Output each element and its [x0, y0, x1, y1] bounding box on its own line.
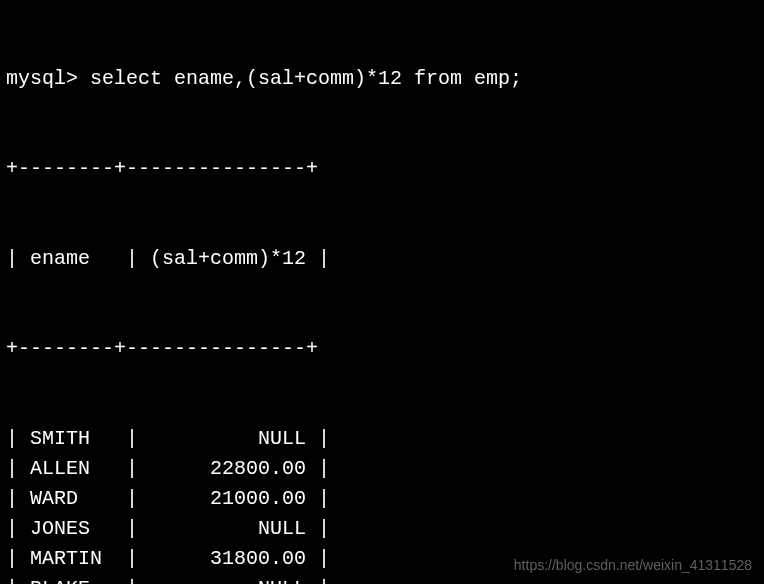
cell-ename: MARTIN [30, 544, 126, 574]
cell-ename: JONES [30, 514, 126, 544]
cell-value: 31800.00 [138, 544, 306, 574]
cell-ename: WARD [30, 484, 126, 514]
terminal-output: mysql> select ename,(sal+comm)*12 from e… [6, 4, 758, 584]
table-row: | WARD | 21000.00 | [6, 484, 758, 514]
table-divider-top: +--------+---------------+ [6, 154, 758, 184]
cell-ename: BLAKE [30, 574, 126, 584]
prompt-line: mysql> select ename,(sal+comm)*12 from e… [6, 64, 758, 94]
cell-ename: ALLEN [30, 454, 126, 484]
cell-value: NULL [138, 514, 306, 544]
table-row: | JONES | NULL | [6, 514, 758, 544]
cell-ename: SMITH [30, 424, 126, 454]
column-header-calc: (sal+comm)*12 [138, 244, 306, 274]
column-header-ename: ename [30, 244, 126, 274]
space [78, 64, 90, 94]
table-row: | SMITH | NULL | [6, 424, 758, 454]
watermark-text: https://blog.csdn.net/weixin_41311528 [514, 555, 752, 576]
mysql-prompt: mysql> [6, 64, 78, 94]
cell-value: NULL [138, 574, 306, 584]
table-divider-mid: +--------+---------------+ [6, 334, 758, 364]
table-header-row: | ename|(sal+comm)*12 | [6, 244, 758, 274]
table-row: | ALLEN | 22800.00 | [6, 454, 758, 484]
cell-value: NULL [138, 424, 306, 454]
cell-value: 21000.00 [138, 484, 306, 514]
cell-value: 22800.00 [138, 454, 306, 484]
sql-query: select ename,(sal+comm)*12 from emp; [90, 64, 522, 94]
